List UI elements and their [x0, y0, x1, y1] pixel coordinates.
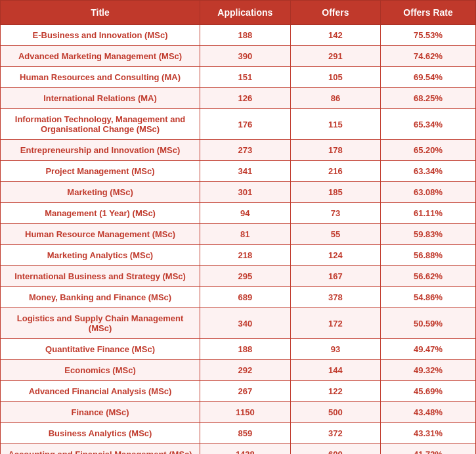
header-title: Title — [1, 1, 200, 25]
table-row: Management (1 Year) (MSc)947361.11% — [1, 203, 476, 224]
cell-rate: 43.31% — [381, 423, 476, 444]
cell-title: Logistics and Supply Chain Management (M… — [1, 308, 200, 339]
cell-applications: 295 — [200, 266, 291, 287]
cell-applications: 126 — [200, 88, 291, 109]
cell-rate: 63.34% — [381, 161, 476, 182]
cell-offers: 291 — [290, 46, 381, 67]
table-row: Advanced Marketing Management (MSc)39029… — [1, 46, 476, 67]
table-row: Human Resource Management (MSc)815559.83… — [1, 224, 476, 245]
cell-rate: 65.20% — [381, 140, 476, 161]
cell-offers: 144 — [290, 360, 381, 381]
header-offers-rate: Offers Rate — [381, 1, 476, 25]
cell-rate: 43.48% — [381, 402, 476, 423]
table-row: Logistics and Supply Chain Management (M… — [1, 308, 476, 339]
cell-title: Management (1 Year) (MSc) — [1, 203, 200, 224]
table-row: International Business and Strategy (MSc… — [1, 266, 476, 287]
cell-offers: 122 — [290, 381, 381, 402]
cell-title: Entrepreneurship and Innovation (MSc) — [1, 140, 200, 161]
cell-title: Accounting and Financial Management (MSc… — [1, 444, 200, 455]
table-row: Quantitative Finance (MSc)1889349.47% — [1, 339, 476, 360]
cell-offers: 378 — [290, 287, 381, 308]
cell-rate: 41.72% — [381, 444, 476, 455]
header-applications: Applications — [200, 1, 291, 25]
table-row: Business Analytics (MSc)85937243.31% — [1, 423, 476, 444]
cell-offers: 216 — [290, 161, 381, 182]
cell-title: International Business and Strategy (MSc… — [1, 266, 200, 287]
cell-applications: 176 — [200, 109, 291, 140]
table-row: Money, Banking and Finance (MSc)68937854… — [1, 287, 476, 308]
cell-rate: 68.25% — [381, 88, 476, 109]
cell-rate: 56.62% — [381, 266, 476, 287]
cell-applications: 301 — [200, 182, 291, 203]
cell-offers: 115 — [290, 109, 381, 140]
cell-title: Marketing (MSc) — [1, 182, 200, 203]
cell-applications: 188 — [200, 25, 291, 46]
cell-applications: 689 — [200, 287, 291, 308]
table-row: Economics (MSc)29214449.32% — [1, 360, 476, 381]
cell-offers: 86 — [290, 88, 381, 109]
cell-offers: 185 — [290, 182, 381, 203]
cell-offers: 178 — [290, 140, 381, 161]
cell-rate: 49.32% — [381, 360, 476, 381]
cell-rate: 54.86% — [381, 287, 476, 308]
cell-applications: 273 — [200, 140, 291, 161]
cell-applications: 151 — [200, 67, 291, 88]
cell-title: Project Management (MSc) — [1, 161, 200, 182]
cell-applications: 292 — [200, 360, 291, 381]
cell-applications: 94 — [200, 203, 291, 224]
cell-title: Finance (MSc) — [1, 402, 200, 423]
table-row: Entrepreneurship and Innovation (MSc)273… — [1, 140, 476, 161]
cell-rate: 59.83% — [381, 224, 476, 245]
cell-title: Business Analytics (MSc) — [1, 423, 200, 444]
table-row: International Relations (MA)1268668.25% — [1, 88, 476, 109]
table-row: Marketing (MSc)30118563.08% — [1, 182, 476, 203]
cell-applications: 218 — [200, 245, 291, 266]
cell-title: Information Technology, Management and O… — [1, 109, 200, 140]
cell-offers: 73 — [290, 203, 381, 224]
cell-offers: 142 — [290, 25, 381, 46]
cell-offers: 124 — [290, 245, 381, 266]
cell-applications: 81 — [200, 224, 291, 245]
cell-rate: 45.69% — [381, 381, 476, 402]
cell-applications: 1438 — [200, 444, 291, 455]
cell-offers: 167 — [290, 266, 381, 287]
cell-offers: 105 — [290, 67, 381, 88]
table-row: Human Resources and Consulting (MA)15110… — [1, 67, 476, 88]
cell-title: International Relations (MA) — [1, 88, 200, 109]
cell-title: Quantitative Finance (MSc) — [1, 339, 200, 360]
table-row: E-Business and Innovation (MSc)18814275.… — [1, 25, 476, 46]
cell-rate: 69.54% — [381, 67, 476, 88]
data-table: Title Applications Offers Offers Rate E-… — [0, 0, 476, 454]
cell-offers: 172 — [290, 308, 381, 339]
cell-title: Human Resource Management (MSc) — [1, 224, 200, 245]
cell-applications: 1150 — [200, 402, 291, 423]
cell-offers: 500 — [290, 402, 381, 423]
cell-applications: 859 — [200, 423, 291, 444]
cell-offers: 600 — [290, 444, 381, 455]
cell-applications: 188 — [200, 339, 291, 360]
cell-applications: 341 — [200, 161, 291, 182]
cell-applications: 340 — [200, 308, 291, 339]
cell-rate: 65.34% — [381, 109, 476, 140]
cell-rate: 49.47% — [381, 339, 476, 360]
cell-offers: 93 — [290, 339, 381, 360]
cell-title: Advanced Financial Analysis (MSc) — [1, 381, 200, 402]
cell-applications: 267 — [200, 381, 291, 402]
cell-offers: 55 — [290, 224, 381, 245]
header-offers: Offers — [290, 1, 381, 25]
cell-rate: 63.08% — [381, 182, 476, 203]
cell-rate: 61.11% — [381, 203, 476, 224]
cell-rate: 74.62% — [381, 46, 476, 67]
table-row: Accounting and Financial Management (MSc… — [1, 444, 476, 455]
table-row: Finance (MSc)115050043.48% — [1, 402, 476, 423]
cell-title: Economics (MSc) — [1, 360, 200, 381]
cell-rate: 50.59% — [381, 308, 476, 339]
cell-offers: 372 — [290, 423, 381, 444]
cell-title: Marketing Analytics (MSc) — [1, 245, 200, 266]
cell-rate: 75.53% — [381, 25, 476, 46]
cell-title: E-Business and Innovation (MSc) — [1, 25, 200, 46]
table-row: Project Management (MSc)34121663.34% — [1, 161, 476, 182]
cell-title: Advanced Marketing Management (MSc) — [1, 46, 200, 67]
cell-applications: 390 — [200, 46, 291, 67]
cell-rate: 56.88% — [381, 245, 476, 266]
